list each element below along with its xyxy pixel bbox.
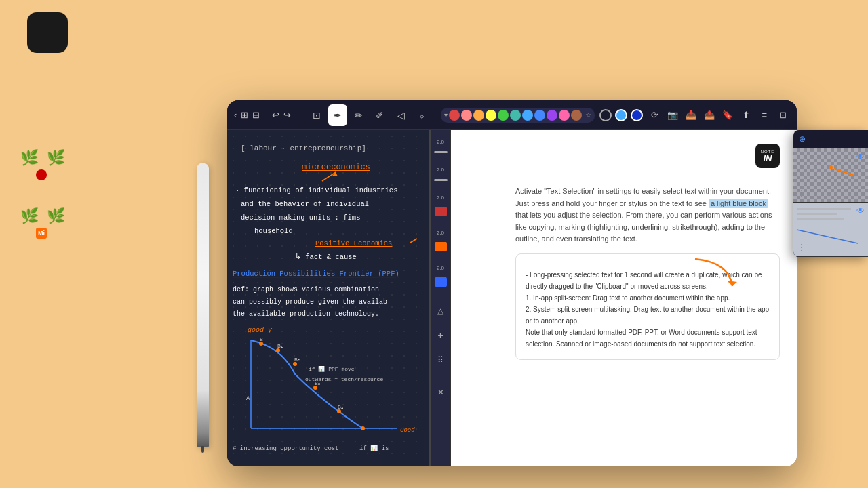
award-wreath-2: 🌿 🌿	[20, 207, 65, 225]
camera-icon[interactable]: 📷	[665, 108, 680, 123]
brush-size-4[interactable]: 2.0	[433, 224, 449, 241]
brush-size-3[interactable]: 2.0	[433, 189, 449, 205]
pen-tool-3[interactable]: ✐	[370, 104, 389, 126]
brush-size-5[interactable]: 2.0	[433, 260, 449, 276]
color-picker-dark[interactable]	[631, 109, 643, 121]
color-red[interactable]	[449, 110, 460, 121]
pdf-content: NOTE IN Activate "Text Selection" in s	[451, 130, 797, 466]
pages-icon[interactable]: ⊟	[252, 108, 260, 123]
section-description: Activate "Text Selection" in settings to…	[515, 186, 780, 245]
svg-text:if 📊 PPF move: if 📊 PPF move	[309, 365, 355, 372]
star-icon[interactable]: ☆	[585, 111, 591, 119]
grid-icon[interactable]: ⊞	[241, 108, 248, 123]
layer-2-visibility-icon[interactable]: 👁	[856, 206, 865, 216]
add-layer-button[interactable]: ⊕	[799, 134, 808, 144]
color-swatch-orange[interactable]	[435, 242, 447, 251]
redo-icon[interactable]: ↪	[283, 108, 291, 123]
color-cyan[interactable]	[522, 110, 533, 121]
svg-text:Good: Good	[400, 427, 415, 434]
svg-text:B: B	[260, 336, 263, 342]
layout-icon[interactable]: ⊡	[775, 108, 790, 123]
color-picker-filled[interactable]	[615, 109, 627, 121]
pen-tool-4[interactable]: ◁	[391, 104, 410, 126]
brush-size-2[interactable]: 2.0	[433, 161, 449, 178]
svg-text:microeconomics: microeconomics	[302, 163, 370, 172]
tablet-device: ‹ ⊞ ⊟ ↩ ↪ ⊡ ✒ ✏ ✐ ◁ ⬦ ▾	[227, 100, 797, 466]
svg-text:the available production techn: the available production technology.	[233, 310, 379, 318]
header	[0, 0, 868, 65]
export-icon[interactable]: 📤	[702, 108, 717, 123]
wreath-right-icon-2: 🌿	[47, 207, 65, 225]
brush-size-1[interactable]: 2.0	[433, 134, 449, 150]
svg-text:Production Possibilities Front: Production Possibilities Frontier (PPF)	[233, 270, 399, 278]
undo-icon[interactable]: ↩	[272, 108, 279, 123]
pen-tools-group: ⊡ ✒ ✏ ✐ ◁ ⬦	[307, 104, 431, 126]
pdf-panel: NOTE IN Activate "Text Selection" in s	[451, 130, 797, 466]
svg-point-25	[361, 426, 365, 430]
layers-icon[interactable]: ≡	[757, 108, 772, 123]
back-icon[interactable]: ‹	[234, 108, 237, 123]
svg-text:[ labour · entrepreneurship]: [ labour · entrepreneurship]	[241, 144, 366, 152]
bookmark-icon[interactable]: 🔖	[720, 108, 735, 123]
award-2-brand: Mi	[36, 228, 50, 239]
add-tool[interactable]: +	[433, 327, 449, 344]
toolbar-right-group: ⟳ 📷 📥 📤 🔖 ⬆ ≡ ⊡	[647, 108, 790, 123]
wreath-right-icon: 🌿	[47, 149, 65, 167]
color-brown[interactable]	[571, 110, 582, 121]
layers-header: ⊕	[793, 130, 868, 148]
svg-rect-41	[797, 214, 837, 215]
award-apps-up: 🌿 🌿	[20, 149, 65, 180]
drag-tool[interactable]: ⠿	[433, 352, 449, 368]
color-picker-outline[interactable]	[599, 109, 612, 121]
handwriting-panel: [ labour · entrepreneurship] microeconom…	[227, 130, 431, 466]
svg-text:Positive Economics: Positive Economics	[315, 239, 392, 247]
side-tools-panel: 2.0 2.0 2.0 2.0 2.0 △ + ⠿ ✕	[431, 130, 451, 466]
import-icon[interactable]: 📥	[684, 108, 698, 123]
color-yellow[interactable]	[486, 110, 496, 121]
layer-1-visibility-icon[interactable]: 👁	[856, 152, 865, 161]
color-orange[interactable]	[473, 110, 484, 121]
brush-1[interactable]	[434, 151, 448, 153]
close-panel-icon[interactable]: ✕	[433, 384, 449, 401]
color-teal[interactable]	[510, 110, 521, 121]
color-magenta[interactable]	[559, 110, 570, 121]
layer-item-2[interactable]: 👁 ⋮	[793, 203, 868, 257]
svg-line-38	[834, 169, 854, 176]
color-purple[interactable]	[547, 110, 557, 121]
svg-rect-40	[797, 208, 851, 210]
color-blue[interactable]	[534, 110, 545, 121]
color-swatch-red[interactable]	[435, 207, 447, 216]
color-green[interactable]	[498, 110, 509, 121]
svg-rect-1	[227, 130, 424, 462]
pen-tool-5[interactable]: ⬦	[412, 104, 431, 126]
stylus	[197, 163, 209, 447]
huawei-logo-icon	[36, 169, 47, 180]
palette-dropdown-icon[interactable]: ▾	[444, 111, 448, 119]
svg-text:good y: good y	[248, 327, 273, 334]
award-1-brand	[36, 169, 50, 180]
share-icon[interactable]: ⬆	[738, 108, 753, 123]
svg-text:and the behavior of individual: and the behavior of individual	[241, 200, 369, 208]
handwriting-svg: [ labour · entrepreneurship] microeconom…	[227, 130, 424, 462]
svg-text:decision-making units : fims: decision-making units : fims	[241, 214, 360, 222]
pen-tool-2[interactable]: ✏	[349, 104, 368, 126]
color-swatch-blue[interactable]	[435, 277, 447, 287]
color-pink[interactable]	[461, 110, 472, 121]
input-tool[interactable]: ⊡	[307, 104, 326, 126]
svg-rect-42	[797, 218, 844, 220]
layer-item-1[interactable]: 👁 ⋮	[793, 148, 868, 203]
svg-text:# increasing opportunity cost: # increasing opportunity cost	[233, 445, 339, 452]
app-logo	[27, 12, 68, 53]
wreath-left-icon-2: 🌿	[20, 207, 39, 225]
triangle-tool[interactable]: △	[433, 303, 449, 319]
tablet-content: [ labour · entrepreneurship] microeconom…	[227, 130, 797, 466]
sync-icon[interactable]: ⟳	[647, 108, 662, 123]
layer-1-options-icon[interactable]: ⋮	[797, 188, 806, 199]
brush-2[interactable]	[434, 179, 448, 181]
tablet-toolbar: ‹ ⊞ ⊟ ↩ ↪ ⊡ ✒ ✏ ✐ ◁ ⬦ ▾	[227, 100, 797, 130]
layer-2-options-icon[interactable]: ⋮	[797, 242, 806, 253]
pen-tool-1[interactable]: ✒	[328, 104, 347, 126]
awards-section: 🌿 🌿 🌿 🌿 Mi	[20, 149, 65, 239]
svg-text:B₁: B₁	[277, 343, 283, 349]
arrow-decoration-svg	[688, 252, 743, 293]
